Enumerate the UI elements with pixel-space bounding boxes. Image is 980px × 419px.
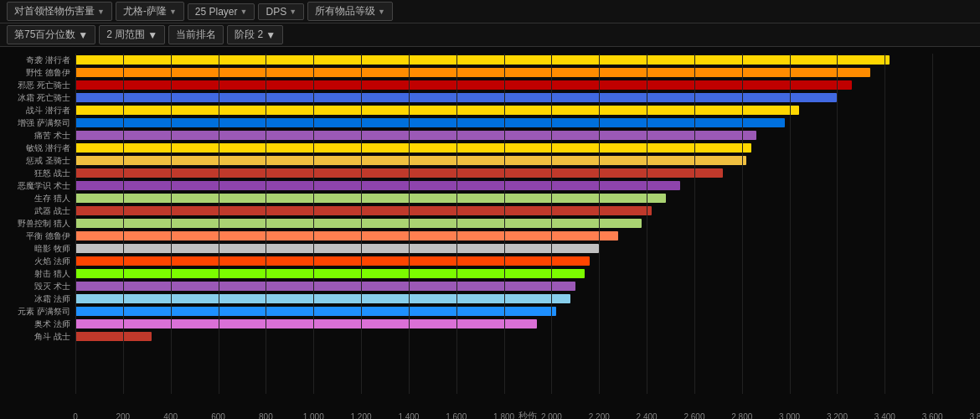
bar-label: 恶魔学识 术士: [3, 179, 75, 192]
x-axis-label: 1,800: [493, 412, 514, 419]
table-row[interactable]: [75, 142, 980, 154]
table-row[interactable]: [75, 204, 980, 217]
bar-label: 毁灭 术士: [3, 280, 75, 292]
table-row[interactable]: [75, 116, 980, 129]
bar: [75, 282, 575, 291]
bar-label: 冰霜 法师: [3, 292, 75, 305]
chevron-down-icon: ▼: [97, 8, 105, 16]
x-axis-label: 2,200: [589, 412, 610, 419]
bar-label: 火焰 法师: [3, 255, 75, 267]
x-axis-label: 3,400: [874, 412, 895, 419]
bar: [75, 256, 590, 266]
chevron-down-icon: ▼: [266, 29, 276, 41]
table-row[interactable]: [75, 192, 980, 204]
x-axis-label: 600: [211, 412, 225, 419]
btn-damage-type[interactable]: 对首领怪物伤害量 ▼: [7, 2, 112, 21]
bar-label: 野性 德鲁伊: [3, 66, 75, 79]
x-axis-label: 0: [73, 412, 78, 419]
btn-phase[interactable]: 阶段 2 ▼: [227, 25, 283, 44]
btn-item-level[interactable]: 所有物品等级 ▼: [307, 2, 393, 21]
table-row[interactable]: [75, 66, 980, 79]
bar-label: 奥术 法师: [3, 318, 75, 330]
bar: [75, 244, 599, 253]
btn-metric[interactable]: DPS ▼: [258, 3, 304, 20]
x-axis-label: 1,200: [351, 412, 372, 419]
x-axis-label: 1,600: [446, 412, 467, 419]
btn-time-range[interactable]: 2 周范围 ▼: [99, 25, 165, 44]
table-row[interactable]: [75, 242, 980, 255]
x-axis-title: 秒伤: [518, 406, 537, 419]
x-axis-label: 3,000: [779, 412, 800, 419]
bar: [75, 118, 785, 127]
bar-label: 角斗 战士: [3, 330, 75, 343]
chevron-down-icon: ▼: [78, 29, 88, 41]
bar: [75, 269, 585, 278]
table-row[interactable]: [75, 129, 980, 142]
x-axis-label: 2,400: [637, 412, 658, 419]
table-row[interactable]: [75, 230, 980, 242]
btn-boss[interactable]: 尤格-萨隆 ▼: [116, 2, 184, 21]
table-row[interactable]: [75, 54, 980, 66]
table-row[interactable]: [75, 267, 980, 280]
table-row[interactable]: [75, 318, 980, 330]
bar: [75, 55, 890, 65]
table-row[interactable]: [75, 330, 980, 343]
x-axis-label: 3,800: [969, 412, 980, 419]
bar: [75, 206, 652, 215]
bar-label: 战斗 潜行者: [3, 104, 75, 116]
table-row[interactable]: [75, 154, 980, 167]
bar-label: 元素 萨满祭司: [3, 305, 75, 318]
x-axis-label: 1,000: [303, 412, 324, 419]
bar-label: 痛苦 术士: [3, 129, 75, 142]
table-row[interactable]: [75, 167, 980, 179]
table-row[interactable]: [75, 305, 980, 318]
bar: [75, 93, 837, 102]
bar-label: 狂怒 战士: [3, 167, 75, 179]
x-axis-label: 2,800: [731, 412, 752, 419]
chevron-down-icon: ▼: [240, 8, 248, 16]
bars-column: 02004006008001,0001,2001,4001,6001,8002,…: [75, 54, 980, 394]
chart-area: 奇袭 潜行者野性 德鲁伊邪恶 死亡骑士冰霜 死亡骑士战斗 潜行者增强 萨满祭司痛…: [0, 47, 980, 419]
bar-label: 奇袭 潜行者: [3, 54, 75, 66]
chevron-down-icon: ▼: [289, 8, 297, 16]
labels-column: 奇袭 潜行者野性 德鲁伊邪恶 死亡骑士冰霜 死亡骑士战斗 潜行者增强 萨满祭司痛…: [0, 54, 75, 394]
chevron-down-icon: ▼: [147, 29, 157, 41]
x-axis-label: 2,600: [683, 412, 704, 419]
bar: [75, 156, 746, 165]
table-row[interactable]: [75, 79, 980, 91]
bar: [75, 80, 852, 90]
btn-percentile[interactable]: 第75百分位数 ▼: [7, 25, 95, 44]
btn-ranking[interactable]: 当前排名: [168, 25, 224, 44]
bar-label: 邪恶 死亡骑士: [3, 79, 75, 91]
bar-label: 野兽控制 猎人: [3, 217, 75, 230]
chevron-down-icon: ▼: [378, 8, 385, 16]
x-axis-label: 1,400: [398, 412, 419, 419]
bar: [75, 294, 570, 303]
table-row[interactable]: [75, 292, 980, 305]
table-row[interactable]: [75, 179, 980, 192]
chevron-down-icon: ▼: [169, 8, 177, 16]
bar-label: 惩戒 圣骑士: [3, 154, 75, 167]
bar: [75, 319, 537, 328]
bar: [75, 307, 556, 316]
bar-label: 武器 战士: [3, 204, 75, 217]
table-row[interactable]: [75, 217, 980, 230]
top-bar: 对首领怪物伤害量 ▼ 尤格-萨隆 ▼ 25 Player ▼ DPS ▼ 所有物…: [0, 0, 980, 47]
bar: [75, 168, 723, 178]
bar-label: 暗影 牧师: [3, 242, 75, 255]
table-row[interactable]: [75, 104, 980, 116]
btn-player-count[interactable]: 25 Player ▼: [188, 3, 255, 20]
x-axis-label: 2,000: [541, 412, 562, 419]
bar: [75, 181, 680, 190]
bar: [75, 231, 618, 241]
bar: [75, 332, 152, 341]
bar: [75, 219, 642, 228]
table-row[interactable]: [75, 91, 980, 104]
bar: [75, 68, 870, 77]
bar: [75, 143, 751, 153]
table-row[interactable]: [75, 280, 980, 292]
bar-label: 冰霜 死亡骑士: [3, 91, 75, 104]
bar-label: 平衡 德鲁伊: [3, 230, 75, 242]
x-axis-label: 800: [259, 412, 273, 419]
table-row[interactable]: [75, 255, 980, 267]
